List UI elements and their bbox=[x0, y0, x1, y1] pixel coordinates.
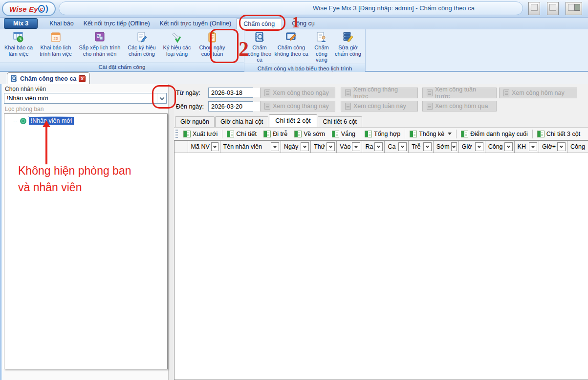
btn-diem-danh-ngay-cuoi[interactable]: Điểm danh ngày cuối bbox=[457, 130, 531, 138]
col-ra[interactable]: Ra bbox=[362, 141, 385, 153]
btn-xem-cong-thang-truoc[interactable]: Xem công tháng trước bbox=[341, 88, 418, 98]
report-icon bbox=[427, 103, 433, 110]
tab-gio-chia-hai-cot[interactable]: Giờ chia hai cột bbox=[215, 116, 268, 127]
tree-item-nhan-vien-moi[interactable]: ·· !Nhân viên mới bbox=[13, 117, 167, 125]
button-label: Tổng hợp bbox=[374, 131, 400, 137]
btn-xem-cong-hom-qua[interactable]: Xem công hôm qua bbox=[422, 101, 497, 112]
department-combobox[interactable]: !Nhân viên mới bbox=[4, 93, 167, 104]
btn-vang[interactable]: Vắng bbox=[328, 130, 359, 138]
toolbar-separator bbox=[456, 130, 457, 138]
col-kh[interactable]: KH bbox=[515, 141, 540, 153]
terminal-device-icon bbox=[528, 2, 540, 15]
tab-chi-tiet-6-cot[interactable]: Chi tiết 6 cột bbox=[318, 116, 362, 127]
col-ca[interactable]: Ca bbox=[385, 141, 409, 153]
btn-tong-hop[interactable]: Tổng hợp bbox=[361, 130, 404, 138]
col-gio[interactable]: Giờ bbox=[459, 141, 485, 153]
menu-khai-bao[interactable]: Khai báo bbox=[44, 19, 78, 28]
view-tab-strip: Giờ nguồn Giờ chia hai cột Chi tiết 2 cộ… bbox=[175, 115, 363, 127]
tab-label: Chấm công theo ca bbox=[20, 75, 76, 82]
ribbon-buttons: Chấm công theo ca Chấm công không theo c… bbox=[244, 29, 365, 64]
ribbon-button-label: Sửa giờ chấm công bbox=[335, 45, 361, 57]
btn-sap-xep-lich-trinh[interactable]: Sắp xếp lịch trình cho nhân viên bbox=[75, 30, 124, 57]
to-date-field[interactable] bbox=[208, 101, 253, 112]
logo-text: Wise Ey bbox=[9, 5, 38, 13]
btn-ky-hieu-cham-cong[interactable]: Các ký hiệu chấm công bbox=[124, 30, 159, 57]
filter-dropdown-icon[interactable] bbox=[398, 142, 407, 151]
btn-xem-cong-tuan-truoc[interactable]: Xem công tuần trước bbox=[422, 88, 497, 98]
btn-cham-cong-vang[interactable]: Chấm công vắng bbox=[309, 30, 334, 64]
btn-thong-ke[interactable]: Thống kê bbox=[406, 130, 455, 138]
department-tree[interactable]: ·· !Nhân viên mới bbox=[4, 113, 168, 369]
btn-chi-tiet-3-cot[interactable]: Chi tiết 3 cột bbox=[534, 130, 584, 138]
excel-export-icon bbox=[410, 131, 417, 137]
from-date-field[interactable] bbox=[208, 88, 253, 98]
filter-dropdown-icon[interactable] bbox=[423, 142, 432, 151]
toolbar-grip[interactable] bbox=[175, 130, 178, 138]
btn-khai-bao-lich-trinh[interactable]: 23 Khai báo lịch trình làm việc bbox=[36, 30, 75, 57]
menu-ket-noi-online[interactable]: Kết nối trực tuyến (Online) bbox=[155, 19, 237, 28]
close-tab-icon[interactable]: x bbox=[79, 75, 86, 82]
menu-ket-noi-offline[interactable]: Kết nối trực tiếp (Offline) bbox=[79, 19, 155, 28]
access-control-device-icon bbox=[566, 2, 582, 15]
button-label: Về sớm bbox=[304, 131, 325, 137]
btn-khai-bao-ca[interactable]: Khai báo ca làm việc bbox=[1, 30, 36, 57]
filter-dropdown-icon[interactable] bbox=[327, 142, 335, 151]
btn-xem-cong-tuan-nay[interactable]: Xem công tuần này bbox=[341, 101, 418, 112]
col-cong-2[interactable]: Công bbox=[567, 141, 588, 153]
btn-cham-cong-theo-ca[interactable]: Chấm công theo ca bbox=[245, 30, 274, 64]
filter-dropdown-icon[interactable] bbox=[529, 142, 537, 151]
col-ma-nv[interactable]: Mã NV bbox=[188, 141, 220, 153]
button-label: Thống kê bbox=[419, 131, 444, 137]
col-thu[interactable]: Thứ bbox=[311, 141, 337, 153]
col-tre[interactable]: Trễ bbox=[409, 141, 434, 153]
btn-xem-cong-thang-nay[interactable]: Xem công tháng này bbox=[260, 101, 335, 112]
col-ngay[interactable]: Ngày bbox=[281, 141, 311, 153]
btn-ky-hieu-vang[interactable]: Ký hiệu các loại vắng bbox=[159, 30, 195, 57]
ribbon-group-caption: Chấm công và báo biểu theo lịch trình bbox=[244, 64, 365, 72]
column-label: Thứ bbox=[314, 143, 325, 150]
menu-mix3[interactable]: Mix 3 bbox=[4, 18, 38, 29]
btn-sua-gio-cham-cong[interactable]: Sửa giờ chấm công bbox=[334, 30, 362, 57]
btn-xem-cong-hom-nay[interactable]: Xem công hôm nay bbox=[499, 88, 577, 98]
department-icon bbox=[20, 117, 27, 125]
tree-item-label: !Nhân viên mới bbox=[29, 117, 74, 125]
chevron-down-icon bbox=[448, 133, 452, 135]
toolbar-separator bbox=[360, 130, 360, 138]
btn-xem-cong-theo-ngay[interactable]: Xem công theo ngày bbox=[260, 88, 335, 98]
column-label: Tên nhân viên bbox=[223, 143, 262, 150]
attendance-content: Từ ngày: Đến ngày: Xem công theo ngày Xe… bbox=[174, 84, 588, 380]
ribbon-button-label: Chấm công không theo ca bbox=[274, 45, 308, 57]
btn-ve-som[interactable]: Về sớm bbox=[291, 130, 328, 138]
col-ten-nhan-vien[interactable]: Tên nhân viên bbox=[220, 141, 281, 153]
ribbon: Khai báo ca làm việc 23 Khai báo lịch tr… bbox=[0, 29, 588, 72]
filter-dropdown-icon[interactable] bbox=[211, 142, 218, 151]
excel-export-icon bbox=[537, 131, 544, 137]
col-cong[interactable]: Công bbox=[485, 141, 515, 153]
toolbar-separator bbox=[532, 130, 533, 138]
filter-dropdown-icon[interactable] bbox=[475, 142, 483, 151]
filter-dropdown-icon[interactable] bbox=[374, 142, 383, 151]
filter-dropdown-icon[interactable] bbox=[504, 142, 513, 151]
filter-dropdown-icon[interactable] bbox=[451, 142, 457, 151]
tab-gio-nguon[interactable]: Giờ nguồn bbox=[175, 116, 215, 127]
ribbon-button-label: Chấm công vắng bbox=[309, 45, 334, 63]
filter-dropdown-icon[interactable] bbox=[557, 142, 566, 151]
tab-chi-tiet-2-cot[interactable]: Chi tiết 2 cột bbox=[269, 114, 317, 127]
button-label: Xem công hôm nay bbox=[512, 89, 565, 96]
filter-dropdown-icon[interactable] bbox=[352, 142, 360, 151]
filter-dropdown-icon[interactable] bbox=[301, 142, 309, 151]
tab-cham-cong-theo-ca[interactable]: Chấm công theo ca x bbox=[7, 72, 90, 84]
book-magnifier-icon bbox=[10, 75, 18, 82]
col-som[interactable]: Sớm bbox=[434, 141, 459, 153]
grid-body[interactable] bbox=[174, 153, 588, 380]
col-vao[interactable]: Vào bbox=[337, 141, 362, 153]
filter-dropdown-icon[interactable] bbox=[271, 142, 279, 151]
btn-di-tre[interactable]: Đi trễ bbox=[260, 130, 291, 138]
col-gio-plus[interactable]: Giờ+ bbox=[539, 141, 567, 153]
report-icon bbox=[264, 103, 270, 110]
btn-xuat-luoi[interactable]: Xuất lưới bbox=[180, 130, 221, 138]
btn-cham-cong-khong-theo-ca[interactable]: Chấm công không theo ca bbox=[274, 30, 309, 57]
report-icon bbox=[503, 89, 509, 96]
btn-chi-tiet[interactable]: Chi tiết bbox=[223, 129, 260, 138]
ribbon-button-label: Các ký hiệu chấm công bbox=[125, 45, 159, 57]
